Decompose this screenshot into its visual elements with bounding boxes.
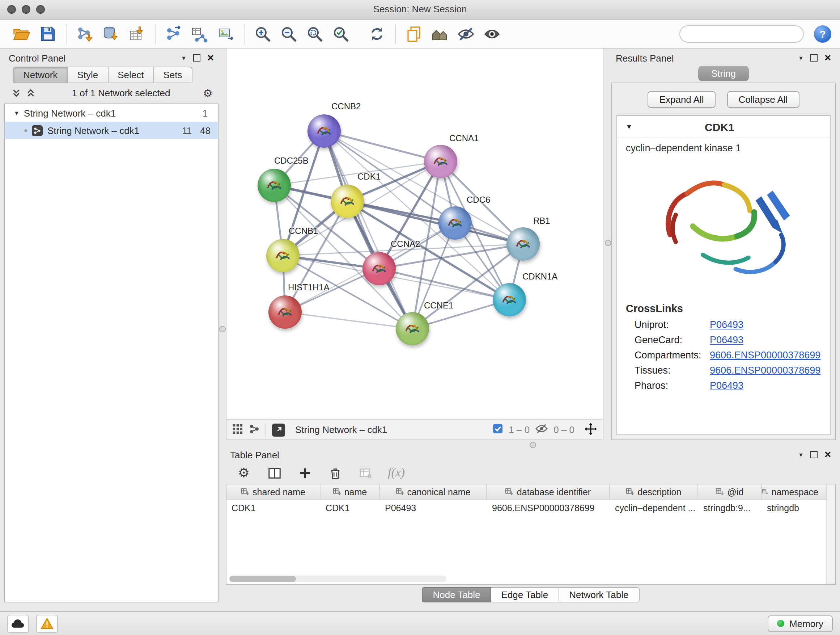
grid-view-icon[interactable] xyxy=(232,423,243,436)
network-node-ccne1[interactable] xyxy=(396,312,429,345)
import-network-database-icon[interactable] xyxy=(99,22,122,45)
open-in-window-icon[interactable] xyxy=(272,423,285,436)
minimize-window-button[interactable] xyxy=(22,5,30,14)
network-edge[interactable] xyxy=(324,131,441,162)
delete-column-icon[interactable] xyxy=(327,465,343,481)
table-cell[interactable]: stringdb xyxy=(762,503,818,513)
table-cell[interactable]: P06493 xyxy=(380,503,487,513)
tab-network-table[interactable]: Network Table xyxy=(559,587,639,602)
search-input[interactable] xyxy=(690,27,821,40)
network-node-ccnb1[interactable] xyxy=(266,239,300,272)
float-panel-icon[interactable] xyxy=(810,54,818,62)
column-header[interactable]: name xyxy=(321,485,380,500)
vertical-scrollbar[interactable] xyxy=(826,485,835,584)
function-builder-icon[interactable]: f(x) xyxy=(388,466,405,480)
help-icon[interactable]: ? xyxy=(814,25,831,42)
collapse-all-button[interactable]: Collapse All xyxy=(727,91,799,108)
network-node-ccna2[interactable] xyxy=(363,252,396,285)
crosslink-link[interactable]: 9606.ENSP00000378699 xyxy=(710,365,821,376)
disclosure-triangle-icon[interactable]: ▼ xyxy=(14,110,19,116)
table-cell[interactable]: CDK1 xyxy=(321,503,380,513)
float-panel-icon[interactable] xyxy=(193,54,201,62)
zoom-out-icon[interactable] xyxy=(277,22,300,45)
tab-network[interactable]: Network xyxy=(13,67,67,83)
network-drawing-area[interactable]: CCNB2CCNA1CDC25BCDK1CDC6RB1CCNB1CCNA2CDK… xyxy=(226,49,603,419)
tab-string[interactable]: String xyxy=(698,66,749,81)
column-header[interactable]: shared name xyxy=(226,485,321,500)
import-network-icon[interactable] xyxy=(73,22,96,45)
crosslink-link[interactable]: P06493 xyxy=(710,334,744,345)
network-node-cdc25b[interactable] xyxy=(257,169,291,202)
refresh-view-icon[interactable] xyxy=(365,22,388,45)
zoom-selected-icon[interactable] xyxy=(329,22,352,45)
network-edge[interactable] xyxy=(324,131,412,329)
zoom-in-icon[interactable] xyxy=(251,22,274,45)
scrollbar-thumb[interactable] xyxy=(229,576,296,582)
crosslink-link[interactable]: P06493 xyxy=(710,319,744,330)
network-from-table-icon[interactable] xyxy=(188,22,211,45)
network-node-cdkn1a[interactable] xyxy=(493,283,526,317)
float-panel-icon[interactable] xyxy=(810,451,818,458)
table-cell[interactable]: cyclin–dependent ... xyxy=(610,503,698,513)
tab-edge-table[interactable]: Edge Table xyxy=(491,587,559,602)
memory-button[interactable]: Memory xyxy=(767,615,833,632)
tab-sets[interactable]: Sets xyxy=(153,67,192,83)
open-session-icon[interactable] xyxy=(10,22,33,45)
network-node-ccnb2[interactable] xyxy=(308,114,341,148)
warning-icon[interactable] xyxy=(36,614,58,632)
network-node-hist1h1a[interactable] xyxy=(268,295,302,329)
first-neighbors-icon[interactable] xyxy=(428,22,452,45)
column-header[interactable]: @id xyxy=(698,485,762,500)
network-node-cdc6[interactable] xyxy=(439,206,472,240)
splitter-handle[interactable] xyxy=(605,240,611,246)
add-column-icon[interactable] xyxy=(297,465,313,481)
hide-selected-icon[interactable] xyxy=(454,22,477,45)
tab-style[interactable]: Style xyxy=(67,67,107,83)
splitter-handle[interactable] xyxy=(530,442,536,448)
table-options-gear-icon[interactable]: ⚙ xyxy=(236,465,252,481)
table-cell[interactable]: stringdb:9... xyxy=(698,503,762,513)
collapse-all-networks-icon[interactable] xyxy=(25,87,36,98)
network-collection-row[interactable]: ▼ String Network – cdk1 1 xyxy=(5,104,218,122)
column-header[interactable]: database identifier xyxy=(487,485,610,500)
export-image-icon[interactable] xyxy=(214,22,237,45)
network-node-ccna1[interactable] xyxy=(424,145,457,178)
zoom-fit-icon[interactable] xyxy=(303,22,326,45)
close-window-button[interactable] xyxy=(7,5,16,14)
hidden-nodes-icon[interactable] xyxy=(535,424,548,436)
panel-menu-icon[interactable]: ▼ xyxy=(181,55,187,61)
close-panel-icon[interactable]: ✕ xyxy=(824,450,831,460)
panel-menu-icon[interactable]: ▼ xyxy=(798,55,804,61)
expand-all-button[interactable]: Expand All xyxy=(648,91,715,108)
save-session-icon[interactable] xyxy=(36,22,59,45)
cloud-icon[interactable] xyxy=(7,614,29,632)
copy-icon[interactable] xyxy=(402,22,425,45)
show-all-icon[interactable] xyxy=(480,22,504,45)
expand-all-networks-icon[interactable] xyxy=(10,87,22,98)
splitter-handle[interactable] xyxy=(219,326,226,333)
close-panel-icon[interactable]: ✕ xyxy=(207,53,214,63)
selected-nodes-icon[interactable] xyxy=(493,424,503,436)
table-cell[interactable]: CDK1 xyxy=(226,503,321,513)
import-table-icon[interactable] xyxy=(125,22,148,45)
tab-select[interactable]: Select xyxy=(107,67,153,83)
pan-mode-icon[interactable] xyxy=(584,423,597,437)
table-row[interactable]: CDK1 CDK1 P06493 9606.ENSP00000378699 cy… xyxy=(226,500,835,516)
column-header[interactable]: description xyxy=(610,485,698,500)
network-node-cdk1[interactable] xyxy=(331,185,364,218)
node-details-header[interactable]: ▼ CDK1 xyxy=(617,116,830,138)
show-columns-icon[interactable] xyxy=(266,465,282,481)
close-panel-icon[interactable]: ✕ xyxy=(824,53,831,63)
panel-menu-icon[interactable]: ▼ xyxy=(798,451,804,458)
crosslink-link[interactable]: 9606.ENSP00000378699 xyxy=(710,350,821,361)
column-header[interactable]: namespace xyxy=(762,485,818,500)
birdseye-view-icon[interactable] xyxy=(249,423,260,436)
network-node-rb1[interactable] xyxy=(507,227,540,261)
zoom-window-button[interactable] xyxy=(36,5,45,14)
clone-network-icon[interactable] xyxy=(162,22,185,45)
network-row[interactable]: ● String Network – cdk1 11 48 xyxy=(5,122,218,139)
network-edge[interactable] xyxy=(285,312,412,329)
crosslink-link[interactable]: P06493 xyxy=(710,380,744,391)
table-cell[interactable]: 9606.ENSP00000378699 xyxy=(487,503,610,513)
network-options-gear-icon[interactable]: ⚙ xyxy=(203,87,213,98)
